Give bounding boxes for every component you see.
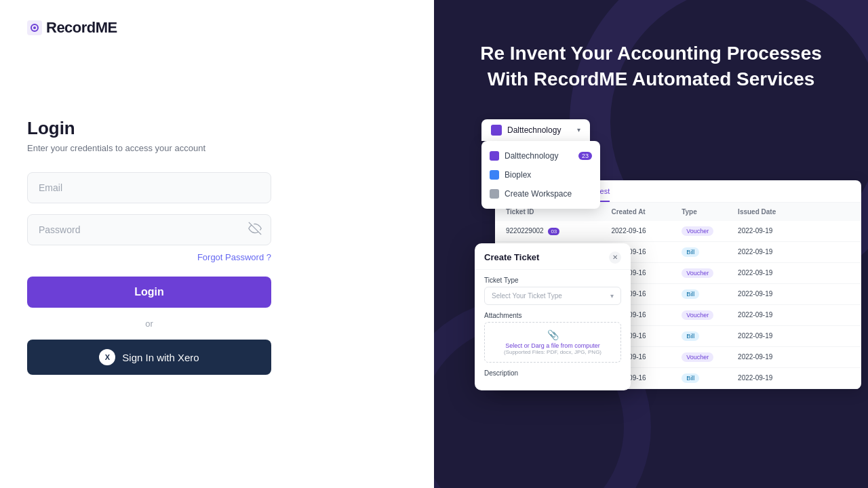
attach-subtitle: (Supported Files: PDF, docx, JPG, PNG) xyxy=(492,349,614,355)
right-panel: Re Invent Your Accounting Processes With… xyxy=(434,0,868,488)
dropdown-brand-icon xyxy=(491,125,502,136)
dropdown-item-icon-create-workspace xyxy=(490,189,499,199)
dropdown-item-dalttechnology[interactable]: Dalttechnology 23 xyxy=(481,146,600,165)
forgot-password-link[interactable]: Forgot Password ? xyxy=(197,252,271,262)
password-wrapper xyxy=(27,214,271,245)
xero-button-label: Sign In with Xero xyxy=(122,352,199,363)
select-arrow-icon: ▾ xyxy=(610,292,614,300)
dropdown-item-bioplex[interactable]: Bioplex xyxy=(481,165,600,184)
attach-icon: 📎 xyxy=(492,329,614,340)
dropdown-item-icon-bioplex xyxy=(490,170,499,180)
modal-header: Create Ticket ✕ xyxy=(475,243,631,270)
attachments-dropzone[interactable]: 📎 Select or Darg a file from computer (S… xyxy=(484,322,621,363)
forgot-link-container: Forgot Password ? xyxy=(27,251,271,263)
dropdown-item-create-workspace[interactable]: Create Workspace xyxy=(481,184,600,203)
attach-link-text[interactable]: Select or Darg a file from computer xyxy=(492,342,614,349)
xero-signin-button[interactable]: X Sign In with Xero xyxy=(27,340,271,375)
dropdown-item-icon-dalttechnology xyxy=(490,151,499,161)
attachments-label: Attachments xyxy=(484,312,621,319)
logo-text: RecordME xyxy=(46,19,117,37)
svg-point-2 xyxy=(33,26,36,29)
dropdown-item-label: Bioplex xyxy=(505,170,531,180)
ticket-type-placeholder: Select Your Ticket Type xyxy=(492,292,562,300)
dropdown-bar[interactable]: Dalttechnology ▾ xyxy=(481,119,590,141)
logo-icon xyxy=(27,20,42,35)
login-button[interactable]: Login xyxy=(27,277,271,308)
dropdown-menu: Dalttechnology 23 Bioplex Create Workspa… xyxy=(481,141,600,209)
ticket-type-select[interactable]: Select Your Ticket Type ▾ xyxy=(484,287,621,305)
modal-title: Create Ticket xyxy=(484,252,539,262)
table-row: 9220229002 03 2022-09-16 Voucher 2022-09… xyxy=(495,221,861,242)
dropdown-item-badge: 23 xyxy=(578,152,592,160)
modal-close-button[interactable]: ✕ xyxy=(609,251,621,264)
login-title: Login xyxy=(27,118,271,139)
email-field[interactable] xyxy=(27,172,271,203)
logo: RecordME xyxy=(27,19,407,37)
dropdown-arrow-icon: ▾ xyxy=(577,126,580,134)
create-ticket-modal: Create Ticket ✕ Ticket Type Select Your … xyxy=(475,243,631,390)
modal-body: Ticket Type Select Your Ticket Type ▾ At… xyxy=(475,270,631,384)
left-panel: RecordME Login Enter your credentials to… xyxy=(0,0,434,488)
login-subtitle: Enter your credentials to access your ac… xyxy=(27,143,271,153)
or-divider: or xyxy=(27,319,271,329)
dashboard-mockup: Dalttechnology ▾ Dalttechnology 23 Biopl… xyxy=(461,119,841,404)
dropdown-selected-text: Dalttechnology xyxy=(507,125,572,135)
right-heading: Re Invent Your Accounting Processes With… xyxy=(480,41,822,92)
description-label: Description xyxy=(484,369,621,377)
dropdown-item-label: Dalttechnology xyxy=(505,151,558,161)
login-section: Login Enter your credentials to access y… xyxy=(27,118,271,375)
ticket-type-label: Ticket Type xyxy=(484,277,621,284)
dropdown-item-label: Create Workspace xyxy=(505,189,572,199)
password-field[interactable] xyxy=(27,214,271,245)
xero-logo-icon: X xyxy=(99,349,115,365)
eye-icon[interactable] xyxy=(248,222,262,238)
